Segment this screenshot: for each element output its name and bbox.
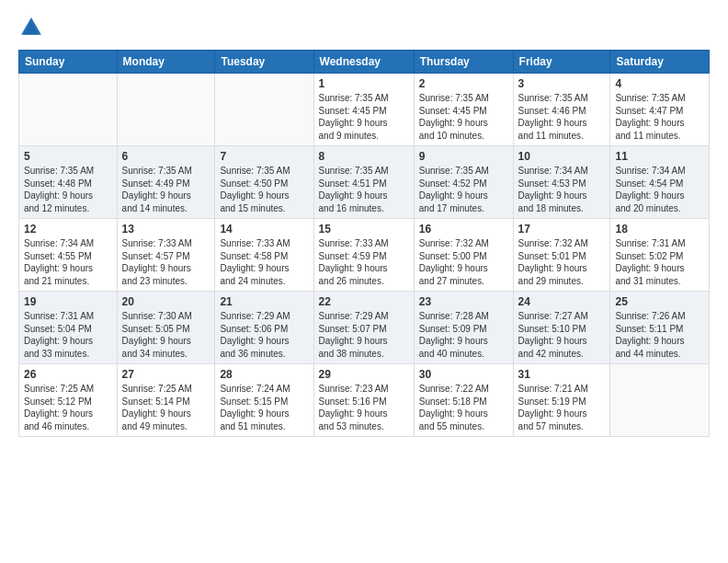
day-number: 31 xyxy=(518,368,606,381)
day-number: 29 xyxy=(319,368,409,381)
calendar-cell: 8Sunrise: 7:35 AM Sunset: 4:51 PM Daylig… xyxy=(313,146,414,219)
day-info: Sunrise: 7:32 AM Sunset: 5:00 PM Dayligh… xyxy=(419,237,508,287)
day-info: Sunrise: 7:29 AM Sunset: 5:07 PM Dayligh… xyxy=(319,310,409,360)
logo xyxy=(18,15,48,40)
day-info: Sunrise: 7:35 AM Sunset: 4:50 PM Dayligh… xyxy=(220,165,308,214)
day-info: Sunrise: 7:25 AM Sunset: 5:14 PM Dayligh… xyxy=(122,383,210,432)
page: SundayMondayTuesdayWednesdayThursdayFrid… xyxy=(0,0,728,563)
day-number: 25 xyxy=(615,295,704,308)
calendar-header-row: SundayMondayTuesdayWednesdayThursdayFrid… xyxy=(19,51,710,74)
day-number: 18 xyxy=(615,223,704,236)
calendar-cell: 21Sunrise: 7:29 AM Sunset: 5:06 PM Dayli… xyxy=(215,292,313,364)
day-info: Sunrise: 7:35 AM Sunset: 4:51 PM Dayligh… xyxy=(319,165,409,214)
calendar-cell: 31Sunrise: 7:21 AM Sunset: 5:19 PM Dayli… xyxy=(513,364,610,437)
day-number: 15 xyxy=(319,223,409,236)
day-info: Sunrise: 7:35 AM Sunset: 4:47 PM Dayligh… xyxy=(615,92,704,142)
day-info: Sunrise: 7:26 AM Sunset: 5:11 PM Dayligh… xyxy=(615,310,704,360)
calendar-cell: 14Sunrise: 7:33 AM Sunset: 4:58 PM Dayli… xyxy=(215,219,313,292)
header xyxy=(18,15,710,40)
day-number: 6 xyxy=(122,150,210,163)
day-number: 26 xyxy=(24,368,112,381)
day-number: 28 xyxy=(220,368,308,381)
day-info: Sunrise: 7:35 AM Sunset: 4:45 PM Dayligh… xyxy=(419,92,508,142)
calendar-cell: 23Sunrise: 7:28 AM Sunset: 5:09 PM Dayli… xyxy=(414,292,513,364)
calendar-cell: 30Sunrise: 7:22 AM Sunset: 5:18 PM Dayli… xyxy=(414,364,513,437)
calendar-cell: 20Sunrise: 7:30 AM Sunset: 5:05 PM Dayli… xyxy=(117,292,215,364)
day-number: 16 xyxy=(419,223,508,236)
day-info: Sunrise: 7:35 AM Sunset: 4:48 PM Dayligh… xyxy=(24,165,112,214)
calendar: SundayMondayTuesdayWednesdayThursdayFrid… xyxy=(18,50,710,437)
day-number: 9 xyxy=(419,150,508,163)
day-info: Sunrise: 7:34 AM Sunset: 4:53 PM Dayligh… xyxy=(518,165,606,214)
day-number: 3 xyxy=(518,77,606,90)
day-number: 11 xyxy=(615,150,704,163)
calendar-cell: 22Sunrise: 7:29 AM Sunset: 5:07 PM Dayli… xyxy=(313,292,414,364)
day-info: Sunrise: 7:31 AM Sunset: 5:04 PM Dayligh… xyxy=(24,310,112,360)
calendar-cell: 19Sunrise: 7:31 AM Sunset: 5:04 PM Dayli… xyxy=(19,292,118,364)
day-info: Sunrise: 7:35 AM Sunset: 4:49 PM Dayligh… xyxy=(122,165,210,214)
day-number: 14 xyxy=(220,223,308,236)
day-info: Sunrise: 7:31 AM Sunset: 5:02 PM Dayligh… xyxy=(615,237,704,287)
calendar-cell: 17Sunrise: 7:32 AM Sunset: 5:01 PM Dayli… xyxy=(513,219,610,292)
day-info: Sunrise: 7:34 AM Sunset: 4:55 PM Dayligh… xyxy=(24,237,112,287)
calendar-cell: 27Sunrise: 7:25 AM Sunset: 5:14 PM Dayli… xyxy=(117,364,215,437)
calendar-cell: 1Sunrise: 7:35 AM Sunset: 4:45 PM Daylig… xyxy=(313,74,414,146)
calendar-cell: 26Sunrise: 7:25 AM Sunset: 5:12 PM Dayli… xyxy=(19,364,118,437)
calendar-cell: 11Sunrise: 7:34 AM Sunset: 4:54 PM Dayli… xyxy=(610,146,710,219)
day-number: 7 xyxy=(220,150,308,163)
day-info: Sunrise: 7:35 AM Sunset: 4:52 PM Dayligh… xyxy=(419,165,508,214)
calendar-cell: 7Sunrise: 7:35 AM Sunset: 4:50 PM Daylig… xyxy=(215,146,313,219)
day-number: 13 xyxy=(122,223,210,236)
day-number: 4 xyxy=(615,77,704,90)
day-info: Sunrise: 7:23 AM Sunset: 5:16 PM Dayligh… xyxy=(319,383,409,432)
day-number: 5 xyxy=(24,150,112,163)
calendar-cell: 16Sunrise: 7:32 AM Sunset: 5:00 PM Dayli… xyxy=(414,219,513,292)
calendar-week-5: 26Sunrise: 7:25 AM Sunset: 5:12 PM Dayli… xyxy=(19,364,710,437)
day-info: Sunrise: 7:35 AM Sunset: 4:45 PM Dayligh… xyxy=(319,92,409,142)
calendar-week-1: 1Sunrise: 7:35 AM Sunset: 4:45 PM Daylig… xyxy=(19,74,710,146)
day-number: 8 xyxy=(319,150,409,163)
day-number: 22 xyxy=(319,295,409,308)
calendar-week-2: 5Sunrise: 7:35 AM Sunset: 4:48 PM Daylig… xyxy=(19,146,710,219)
day-info: Sunrise: 7:32 AM Sunset: 5:01 PM Dayligh… xyxy=(518,237,606,287)
calendar-cell: 12Sunrise: 7:34 AM Sunset: 4:55 PM Dayli… xyxy=(19,219,118,292)
day-info: Sunrise: 7:33 AM Sunset: 4:59 PM Dayligh… xyxy=(319,237,409,287)
day-info: Sunrise: 7:27 AM Sunset: 5:10 PM Dayligh… xyxy=(518,310,606,360)
day-number: 10 xyxy=(518,150,606,163)
day-info: Sunrise: 7:29 AM Sunset: 5:06 PM Dayligh… xyxy=(220,310,308,360)
calendar-cell: 4Sunrise: 7:35 AM Sunset: 4:47 PM Daylig… xyxy=(610,74,710,146)
calendar-cell: 24Sunrise: 7:27 AM Sunset: 5:10 PM Dayli… xyxy=(513,292,610,364)
calendar-week-4: 19Sunrise: 7:31 AM Sunset: 5:04 PM Dayli… xyxy=(19,292,710,364)
day-info: Sunrise: 7:34 AM Sunset: 4:54 PM Dayligh… xyxy=(615,165,704,214)
calendar-cell xyxy=(117,74,215,146)
calendar-cell: 3Sunrise: 7:35 AM Sunset: 4:46 PM Daylig… xyxy=(513,74,610,146)
calendar-cell: 2Sunrise: 7:35 AM Sunset: 4:45 PM Daylig… xyxy=(414,74,513,146)
calendar-cell: 29Sunrise: 7:23 AM Sunset: 5:16 PM Dayli… xyxy=(313,364,414,437)
day-number: 1 xyxy=(319,77,409,90)
calendar-cell: 18Sunrise: 7:31 AM Sunset: 5:02 PM Dayli… xyxy=(610,219,710,292)
day-number: 20 xyxy=(122,295,210,308)
day-info: Sunrise: 7:25 AM Sunset: 5:12 PM Dayligh… xyxy=(24,383,112,432)
day-number: 30 xyxy=(419,368,508,381)
day-number: 27 xyxy=(122,368,210,381)
calendar-header-saturday: Saturday xyxy=(610,51,710,74)
calendar-header-thursday: Thursday xyxy=(414,51,513,74)
calendar-header-wednesday: Wednesday xyxy=(313,51,414,74)
day-info: Sunrise: 7:21 AM Sunset: 5:19 PM Dayligh… xyxy=(518,383,606,432)
day-number: 24 xyxy=(518,295,606,308)
calendar-week-3: 12Sunrise: 7:34 AM Sunset: 4:55 PM Dayli… xyxy=(19,219,710,292)
day-number: 19 xyxy=(24,295,112,308)
calendar-header-tuesday: Tuesday xyxy=(215,51,313,74)
day-number: 23 xyxy=(419,295,508,308)
logo-icon xyxy=(18,15,44,40)
calendar-cell: 13Sunrise: 7:33 AM Sunset: 4:57 PM Dayli… xyxy=(117,219,215,292)
day-info: Sunrise: 7:35 AM Sunset: 4:46 PM Dayligh… xyxy=(518,92,606,142)
day-number: 17 xyxy=(518,223,606,236)
day-info: Sunrise: 7:24 AM Sunset: 5:15 PM Dayligh… xyxy=(220,383,308,432)
day-info: Sunrise: 7:33 AM Sunset: 4:58 PM Dayligh… xyxy=(220,237,308,287)
calendar-cell: 10Sunrise: 7:34 AM Sunset: 4:53 PM Dayli… xyxy=(513,146,610,219)
calendar-cell xyxy=(610,364,710,437)
calendar-header-friday: Friday xyxy=(513,51,610,74)
day-number: 2 xyxy=(419,77,508,90)
day-number: 12 xyxy=(24,223,112,236)
